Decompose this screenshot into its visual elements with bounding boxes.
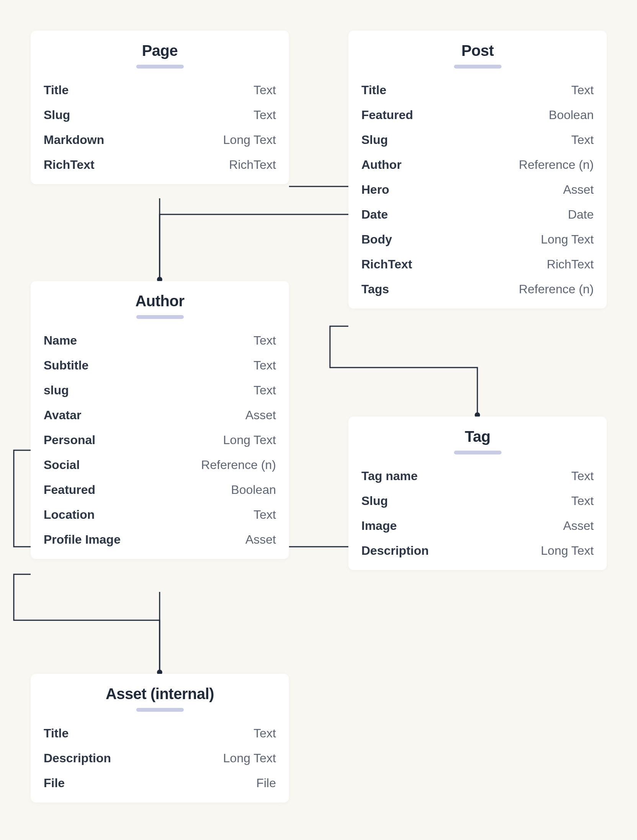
field-type: Text bbox=[253, 83, 276, 97]
decor-bar bbox=[454, 65, 501, 69]
field-row: DateDate bbox=[348, 202, 607, 227]
decor-bar bbox=[136, 315, 184, 319]
field-name: Description bbox=[44, 751, 111, 765]
field-type: RichText bbox=[547, 257, 594, 271]
field-name: Body bbox=[361, 232, 392, 247]
field-type: Long Text bbox=[541, 544, 594, 558]
field-row: HeroAsset bbox=[348, 177, 607, 202]
field-type: RichText bbox=[229, 158, 276, 172]
field-name: Featured bbox=[361, 108, 413, 122]
field-row: SubtitleText bbox=[31, 353, 289, 378]
field-name: Personal bbox=[44, 433, 95, 447]
field-row: TagsReference (n) bbox=[348, 277, 607, 302]
entity-title: Page bbox=[38, 42, 281, 59]
field-type: Long Text bbox=[223, 133, 276, 147]
field-row: SlugText bbox=[348, 127, 607, 152]
field-type: Text bbox=[253, 383, 276, 397]
field-name: Hero bbox=[361, 183, 389, 197]
field-name: Slug bbox=[361, 133, 388, 147]
field-name: RichText bbox=[44, 158, 95, 172]
field-type: Text bbox=[253, 358, 276, 373]
field-name: Markdown bbox=[44, 133, 104, 147]
field-row: TitleText bbox=[348, 78, 607, 103]
field-type: Asset bbox=[245, 533, 276, 547]
field-type: Text bbox=[253, 108, 276, 122]
decor-bar bbox=[454, 451, 501, 454]
field-type: Text bbox=[571, 133, 594, 147]
field-name: Location bbox=[44, 508, 95, 522]
field-type: Reference (n) bbox=[201, 458, 276, 472]
field-name: Title bbox=[44, 726, 69, 740]
entity-header: Tag bbox=[348, 417, 607, 464]
field-type: Boolean bbox=[231, 483, 276, 497]
field-name: slug bbox=[44, 383, 69, 397]
decor-bar bbox=[136, 708, 184, 712]
field-type: Text bbox=[253, 726, 276, 740]
entity-header: Post bbox=[348, 31, 607, 78]
diagram-canvas: Page TitleText SlugText MarkdownLong Tex… bbox=[0, 0, 637, 840]
field-type: Boolean bbox=[549, 108, 594, 122]
entity-page: Page TitleText SlugText MarkdownLong Tex… bbox=[31, 31, 289, 184]
field-row: AvatarAsset bbox=[31, 403, 289, 428]
entity-title: Asset (internal) bbox=[38, 685, 281, 703]
field-name: Description bbox=[361, 544, 429, 558]
field-name: Profile Image bbox=[44, 533, 121, 547]
field-row: TitleText bbox=[31, 78, 289, 103]
entity-title: Author bbox=[38, 293, 281, 310]
field-row: RichTextRichText bbox=[348, 252, 607, 277]
field-type: Long Text bbox=[223, 751, 276, 765]
field-type: Asset bbox=[563, 519, 594, 533]
field-name: Image bbox=[361, 519, 397, 533]
field-name: RichText bbox=[361, 257, 412, 271]
entity-tag: Tag Tag nameText SlugText ImageAsset Des… bbox=[348, 417, 607, 570]
field-name: Tag name bbox=[361, 469, 418, 483]
field-row: SlugText bbox=[31, 103, 289, 127]
field-row: MarkdownLong Text bbox=[31, 127, 289, 152]
field-name: Date bbox=[361, 208, 388, 222]
field-row: ImageAsset bbox=[348, 513, 607, 538]
field-name: Social bbox=[44, 458, 80, 472]
field-name: Slug bbox=[44, 108, 70, 122]
field-row: NameText bbox=[31, 328, 289, 353]
field-name: Featured bbox=[44, 483, 95, 497]
entity-asset: Asset (internal) TitleText DescriptionLo… bbox=[31, 674, 289, 802]
field-row: SlugText bbox=[348, 489, 607, 513]
field-row: TitleText bbox=[31, 721, 289, 746]
field-name: File bbox=[44, 776, 65, 790]
entity-header: Page bbox=[31, 31, 289, 78]
entity-post: Post TitleText FeaturedBoolean SlugText … bbox=[348, 31, 607, 309]
field-type: Asset bbox=[245, 408, 276, 422]
field-type: Reference (n) bbox=[519, 158, 594, 172]
field-type: Asset bbox=[563, 183, 594, 197]
field-name: Title bbox=[44, 83, 69, 97]
field-row: PersonalLong Text bbox=[31, 428, 289, 453]
field-type: Text bbox=[571, 494, 594, 508]
entity-header: Asset (internal) bbox=[31, 674, 289, 721]
field-type: Text bbox=[571, 83, 594, 97]
field-row: RichTextRichText bbox=[31, 152, 289, 177]
field-row: DescriptionLong Text bbox=[348, 538, 607, 563]
field-type: Long Text bbox=[223, 433, 276, 447]
field-row: BodyLong Text bbox=[348, 227, 607, 252]
field-row: SocialReference (n) bbox=[31, 453, 289, 477]
field-type: Text bbox=[253, 508, 276, 522]
field-type: Text bbox=[253, 333, 276, 348]
field-name: Slug bbox=[361, 494, 388, 508]
field-name: Tags bbox=[361, 282, 389, 296]
field-row: AuthorReference (n) bbox=[348, 152, 607, 177]
entity-title: Tag bbox=[356, 428, 599, 445]
entity-header: Author bbox=[31, 281, 289, 328]
field-type: Long Text bbox=[541, 232, 594, 247]
entity-author: Author NameText SubtitleText slugText Av… bbox=[31, 281, 289, 559]
decor-bar bbox=[136, 65, 184, 69]
field-name: Author bbox=[361, 158, 402, 172]
field-row: DescriptionLong Text bbox=[31, 746, 289, 771]
field-name: Subtitle bbox=[44, 358, 88, 373]
field-row: LocationText bbox=[31, 502, 289, 527]
field-type: Date bbox=[568, 208, 594, 222]
field-row: FileFile bbox=[31, 771, 289, 796]
field-row: Tag nameText bbox=[348, 464, 607, 489]
field-name: Avatar bbox=[44, 408, 81, 422]
field-type: File bbox=[256, 776, 276, 790]
field-row: slugText bbox=[31, 378, 289, 403]
